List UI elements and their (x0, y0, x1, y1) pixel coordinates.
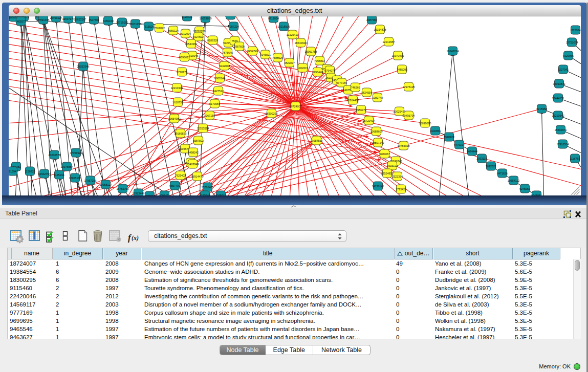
svg-text:746266: 746266 (351, 85, 360, 89)
svg-text:20495794: 20495794 (402, 114, 415, 117)
svg-text:9327502: 9327502 (193, 35, 204, 38)
svg-text:18300295: 18300295 (265, 112, 277, 115)
svg-text:18724007: 18724007 (289, 104, 301, 107)
svg-text:7515526: 7515526 (143, 25, 154, 28)
svg-text:9227342: 9227342 (558, 68, 569, 71)
svg-text:2087682: 2087682 (366, 18, 377, 21)
svg-text:8471626: 8471626 (497, 171, 508, 174)
svg-text:4075912: 4075912 (144, 194, 155, 195)
svg-text:7485093: 7485093 (397, 68, 407, 71)
svg-text:9777169: 9777169 (336, 81, 347, 84)
svg-text:9245051: 9245051 (531, 193, 542, 195)
svg-text:7588520: 7588520 (272, 56, 283, 59)
svg-text:20206578: 20206578 (48, 153, 60, 156)
svg-text:17359924: 17359924 (70, 151, 82, 154)
svg-text:18640910: 18640910 (294, 41, 307, 44)
svg-text:15716485: 15716485 (201, 185, 213, 188)
svg-text:14136141: 14136141 (372, 184, 384, 187)
svg-text:12093872: 12093872 (553, 82, 565, 85)
svg-text:8427512: 8427512 (213, 89, 224, 92)
svg-text:1080748: 1080748 (372, 96, 383, 99)
svg-text:1405572: 1405572 (15, 19, 26, 23)
svg-text:10688609: 10688609 (370, 129, 382, 133)
svg-text:16033809: 16033809 (199, 16, 211, 19)
svg-text:1156829: 1156829 (25, 169, 35, 172)
svg-text:16961758: 16961758 (304, 50, 317, 53)
svg-text:7663822: 7663822 (154, 26, 165, 29)
svg-text:10719155: 10719155 (116, 20, 128, 24)
svg-text:5498242: 5498242 (188, 150, 199, 154)
svg-text:1640954: 1640954 (430, 129, 441, 132)
svg-text:1116753: 1116753 (570, 157, 580, 160)
svg-text:8245012: 8245012 (215, 193, 226, 195)
svg-text:3267150: 3267150 (204, 114, 215, 117)
svg-text:16914479: 16914479 (191, 174, 203, 178)
svg-text:7357224: 7357224 (228, 25, 239, 28)
svg-text:6479197: 6479197 (454, 143, 465, 146)
svg-text:9896012: 9896012 (179, 55, 190, 58)
svg-text:9474444: 9474444 (467, 149, 477, 152)
svg-text:12444151: 12444151 (552, 96, 564, 99)
svg-text:16671355: 16671355 (129, 22, 141, 25)
svg-text:1112004: 1112004 (570, 28, 580, 31)
svg-text:1733426: 1733426 (396, 187, 406, 190)
svg-text:19654983: 19654983 (168, 117, 180, 120)
svg-text:9384067: 9384067 (379, 152, 390, 155)
svg-text:15692971: 15692971 (554, 128, 567, 131)
svg-text:3915941: 3915941 (9, 169, 18, 172)
svg-text:16648764: 16648764 (446, 49, 459, 52)
svg-text:1145194: 1145194 (54, 173, 64, 176)
svg-text:7875645: 7875645 (222, 51, 233, 54)
svg-text:12975125: 12975125 (402, 85, 415, 88)
svg-text:19166825: 19166825 (174, 132, 186, 135)
svg-text:5587832: 5587832 (193, 139, 204, 142)
svg-text:7986372: 7986372 (356, 108, 366, 111)
svg-text:8186328: 8186328 (207, 38, 218, 41)
svg-text:8454749: 8454749 (247, 49, 258, 52)
svg-text:17957255: 17957255 (84, 179, 96, 182)
svg-text:16782759: 16782759 (116, 187, 128, 190)
svg-text:1362615: 1362615 (297, 66, 308, 69)
svg-text:8660124: 8660124 (168, 29, 179, 32)
svg-text:13524851: 13524851 (381, 171, 393, 174)
svg-text:19037174: 19037174 (62, 17, 74, 20)
svg-text:6170081: 6170081 (209, 102, 220, 105)
svg-text:8912994: 8912994 (180, 32, 191, 35)
svg-text:8938923: 8938923 (444, 135, 454, 138)
svg-text:20364436: 20364436 (346, 98, 359, 101)
svg-text:15720407: 15720407 (362, 119, 375, 122)
svg-text:9657791: 9657791 (169, 184, 180, 187)
svg-text:7955812: 7955812 (314, 59, 325, 62)
svg-text:3822037: 3822037 (284, 61, 295, 64)
svg-text:8912006: 8912006 (225, 16, 236, 17)
svg-text:8091471: 8091471 (159, 193, 170, 195)
svg-text:8813054: 8813054 (268, 16, 279, 19)
svg-text:7625402: 7625402 (175, 173, 186, 177)
svg-text:16210643: 16210643 (552, 114, 564, 117)
svg-text:12213349: 12213349 (170, 86, 183, 89)
svg-text:11325419: 11325419 (286, 33, 298, 36)
svg-text:2933114: 2933114 (476, 157, 487, 160)
svg-text:7632621: 7632621 (486, 164, 496, 167)
svg-text:12353594: 12353594 (197, 126, 209, 129)
svg-text:6794078: 6794078 (324, 69, 335, 72)
svg-text:10025433: 10025433 (393, 110, 405, 113)
svg-text:10699695: 10699695 (419, 121, 431, 124)
svg-text:8990448: 8990448 (312, 70, 323, 73)
svg-text:1173046: 1173046 (200, 193, 210, 195)
svg-text:(x): (x) (132, 234, 139, 242)
svg-text:10543362: 10543362 (185, 42, 197, 45)
svg-text:9245052: 9245052 (519, 187, 530, 190)
svg-text:18807249: 18807249 (372, 141, 384, 144)
svg-text:20499127: 20499127 (50, 16, 62, 19)
svg-text:27691406: 27691406 (37, 18, 49, 21)
svg-text:13751074: 13751074 (565, 40, 578, 43)
svg-text:12942757: 12942757 (38, 172, 50, 175)
svg-text:3824554: 3824554 (361, 91, 372, 94)
svg-text:2718170: 2718170 (177, 70, 187, 73)
svg-text:1527602: 1527602 (89, 18, 99, 21)
svg-text:17916504: 17916504 (556, 142, 569, 145)
svg-text:15403949: 15403949 (186, 162, 199, 165)
svg-text:2522354: 2522354 (392, 174, 403, 178)
svg-text:29053346: 29053346 (77, 64, 89, 68)
